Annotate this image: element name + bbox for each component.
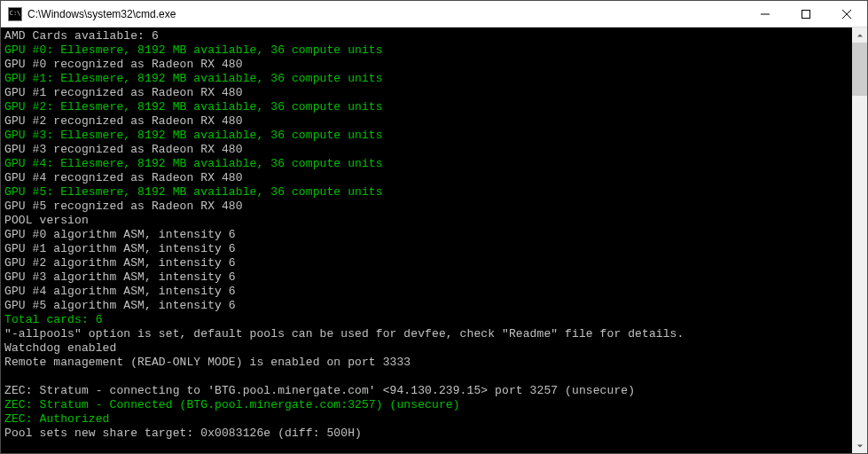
chevron-down-icon	[856, 442, 864, 450]
terminal-line: POOL version	[4, 214, 848, 228]
terminal-line: GPU #0 recognized as Radeon RX 480	[4, 58, 848, 72]
minimize-button[interactable]	[745, 1, 786, 27]
window-title: C:\Windows\system32\cmd.exe	[27, 8, 176, 20]
minimize-icon	[761, 10, 770, 19]
terminal-line: Watchdog enabled	[4, 341, 848, 356]
maximize-button[interactable]	[786, 1, 826, 27]
terminal-line	[4, 370, 848, 384]
scroll-thumb[interactable]	[852, 43, 867, 96]
terminal-line: GPU #1 recognized as Radeon RX 480	[4, 86, 848, 100]
terminal-line: GPU #3 algorithm ASM, intensity 6	[4, 270, 848, 285]
terminal-line: GPU #3 recognized as Radeon RX 480	[4, 143, 848, 157]
terminal-line: ZEC: Authorized	[4, 412, 848, 427]
terminal-line: Pool sets new share target: 0x0083126e (…	[4, 427, 848, 441]
cmd-window: C:\ C:\Windows\system32\cmd.exe AMD Card…	[0, 0, 868, 454]
scroll-down-button[interactable]	[852, 438, 867, 453]
terminal-line: GPU #4: Ellesmere, 8192 MB available, 36…	[4, 157, 848, 171]
terminal-line: GPU #5 algorithm ASM, intensity 6	[4, 299, 848, 313]
terminal-line: GPU #5 recognized as Radeon RX 480	[4, 200, 848, 214]
terminal-line: GPU #4 algorithm ASM, intensity 6	[4, 285, 848, 299]
terminal-output[interactable]: AMD Cards available: 6GPU #0: Ellesmere,…	[1, 27, 852, 453]
terminal-line: GPU #2 algorithm ASM, intensity 6	[4, 256, 848, 270]
terminal-line: ZEC: Stratum - connecting to 'BTG.pool.m…	[4, 384, 848, 398]
terminal-line: Total cards: 6	[4, 313, 848, 327]
titlebar[interactable]: C:\ C:\Windows\system32\cmd.exe	[1, 1, 867, 27]
terminal-line: GPU #0 algorithm ASM, intensity 6	[4, 228, 848, 242]
terminal-line: GPU #4 recognized as Radeon RX 480	[4, 171, 848, 185]
close-icon	[842, 10, 851, 19]
terminal-line: "-allpools" option is set, default pools…	[4, 327, 848, 341]
chevron-up-icon	[856, 32, 864, 39]
scroll-track[interactable]	[852, 43, 867, 438]
terminal-line: GPU #2: Ellesmere, 8192 MB available, 36…	[4, 100, 848, 114]
terminal-line: ZEC: Stratum - Connected (BTG.pool.miner…	[4, 398, 848, 412]
close-button[interactable]	[826, 1, 867, 27]
cmd-icon: C:\	[8, 7, 22, 21]
svg-rect-1	[802, 10, 810, 18]
scrollbar[interactable]	[852, 27, 867, 453]
terminal-line: GPU #1: Ellesmere, 8192 MB available, 36…	[4, 72, 848, 86]
terminal-line: GPU #1 algorithm ASM, intensity 6	[4, 242, 848, 256]
scroll-up-button[interactable]	[852, 27, 867, 43]
terminal-line: GPU #0: Ellesmere, 8192 MB available, 36…	[4, 43, 848, 58]
terminal-line: GPU #2 recognized as Radeon RX 480	[4, 114, 848, 129]
maximize-icon	[802, 10, 810, 19]
terminal-line: GPU #3: Ellesmere, 8192 MB available, 36…	[4, 129, 848, 143]
terminal-line: AMD Cards available: 6	[4, 29, 848, 43]
terminal-line: GPU #5: Ellesmere, 8192 MB available, 36…	[4, 185, 848, 200]
terminal-line: Remote management (READ-ONLY MODE) is en…	[4, 356, 848, 370]
